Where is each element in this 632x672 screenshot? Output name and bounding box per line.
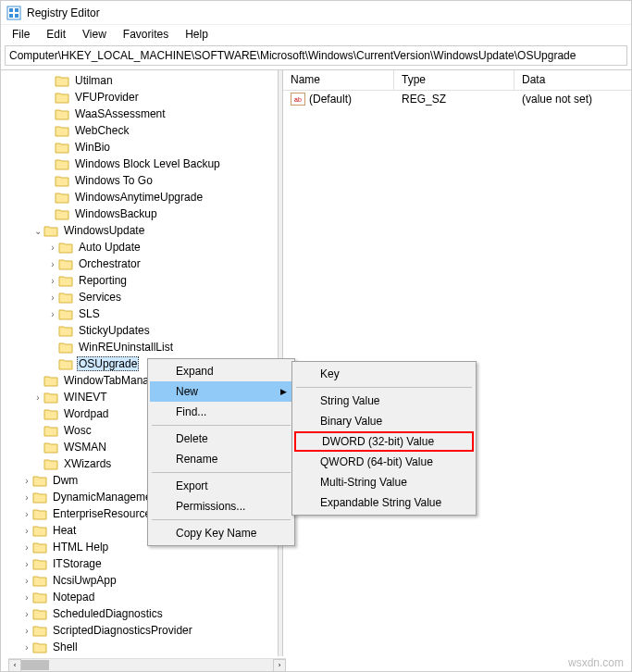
new-multistring[interactable]: Multi-String Value [294, 472, 474, 492]
new-expandstring[interactable]: Expandable String Value [294, 492, 474, 513]
tree-node[interactable]: ›NcsiUwpApp [8, 572, 278, 589]
tree-node[interactable]: ⌄WindowsUpdate [8, 222, 278, 239]
new-key[interactable]: Key [294, 364, 474, 384]
tree-node[interactable]: WinBio [8, 139, 278, 156]
expand-toggle-icon[interactable]: › [21, 559, 32, 569]
tree-node[interactable]: VFUProvider [8, 89, 278, 106]
ctx-rename[interactable]: Rename [150, 449, 292, 469]
tree-label: WinREUninstallList [77, 341, 175, 354]
expand-toggle-icon[interactable]: › [47, 292, 58, 303]
expand-toggle-icon[interactable]: › [21, 592, 32, 603]
ctx-copykeyname[interactable]: Copy Key Name [150, 523, 292, 543]
tree-node[interactable]: ›Reporting [8, 272, 278, 289]
tree-node[interactable]: ›ScheduledDiagnostics [8, 605, 278, 622]
expand-toggle-icon[interactable]: › [21, 526, 32, 536]
tree-node[interactable]: ›Orchestrator [8, 255, 278, 272]
tree-label: WinBio [73, 141, 112, 154]
folder-icon [32, 574, 47, 587]
col-name[interactable]: Name [283, 70, 394, 90]
tree-label: Wosc [62, 424, 93, 437]
new-string[interactable]: String Value [294, 391, 474, 411]
context-menu[interactable]: Expand New▶ Key String Value Binary Valu… [147, 358, 295, 546]
folder-icon [55, 124, 69, 137]
new-binary[interactable]: Binary Value [294, 411, 474, 431]
col-type[interactable]: Type [394, 70, 514, 90]
expand-toggle-icon[interactable]: › [21, 509, 32, 519]
menu-file[interactable]: File [5, 27, 37, 42]
tree-label: HTML Help [51, 541, 110, 554]
folder-icon [32, 491, 47, 504]
ctx-new[interactable]: New▶ Key String Value Binary Value DWORD… [150, 381, 292, 402]
expand-toggle-icon[interactable]: › [21, 492, 32, 503]
folder-icon [32, 624, 47, 637]
col-data[interactable]: Data [514, 70, 631, 90]
folder-icon [32, 591, 47, 604]
tree-node[interactable]: Utilman [8, 72, 278, 89]
tree-node[interactable]: WaaSAssessment [8, 106, 278, 122]
scroll-right-button[interactable]: › [273, 659, 286, 672]
horizontal-scrollbar[interactable]: ‹› [8, 658, 286, 671]
tree-label: WINEVT [62, 391, 109, 404]
tree-node[interactable]: ›SLS [8, 305, 278, 322]
tree-label: WebCheck [73, 124, 130, 137]
tree-node[interactable]: ›Shell [8, 639, 278, 655]
tree-node[interactable]: ›Notepad [8, 589, 278, 605]
ctx-export[interactable]: Export [150, 476, 292, 496]
scroll-thumb[interactable] [21, 660, 49, 670]
svg-rect-2 [15, 8, 19, 12]
menu-view[interactable]: View [75, 27, 114, 42]
tree-label: SLS [77, 307, 102, 320]
tree-node[interactable]: ›ScriptedDiagnosticsProvider [8, 622, 278, 639]
folder-icon [32, 524, 47, 537]
tree-node[interactable]: ›Services [8, 289, 278, 305]
tree-node[interactable]: ›Auto Update [8, 239, 278, 255]
tree-node[interactable]: WebCheck [8, 122, 278, 139]
expand-toggle-icon[interactable]: › [21, 542, 32, 553]
expand-toggle-icon[interactable]: › [47, 243, 58, 253]
address-bar[interactable]: Computer\HKEY_LOCAL_MACHINE\SOFTWARE\Mic… [5, 45, 627, 66]
tree-node[interactable]: Windows Block Level Backup [8, 156, 278, 172]
expand-toggle-icon[interactable]: › [47, 259, 58, 269]
folder-icon [55, 91, 69, 104]
folder-icon [55, 74, 69, 87]
expand-toggle-icon[interactable]: › [47, 276, 58, 286]
tree-label: WindowsAnytimeUpgrade [73, 191, 204, 204]
menu-help[interactable]: Help [178, 27, 216, 42]
tree-label: Shell [51, 641, 80, 653]
expand-toggle-icon[interactable]: › [21, 476, 32, 486]
expand-toggle-icon[interactable]: › [21, 642, 32, 653]
menu-edit[interactable]: Edit [39, 27, 73, 42]
menu-favorites[interactable]: Favorites [116, 27, 176, 42]
ctx-separator [152, 472, 291, 473]
new-submenu[interactable]: Key String Value Binary Value DWORD (32-… [291, 361, 477, 516]
expand-toggle-icon[interactable]: › [21, 626, 32, 636]
ctx-find[interactable]: Find... [150, 402, 292, 422]
ctx-expand[interactable]: Expand [150, 361, 292, 381]
expand-toggle-icon[interactable]: ⌄ [32, 226, 43, 236]
expand-toggle-icon[interactable]: › [21, 576, 32, 586]
new-dword[interactable]: DWORD (32-bit) Value [294, 431, 474, 452]
value-row[interactable]: ab (Default) REG_SZ (value not set) [283, 91, 631, 107]
tree-label: ITStorage [51, 557, 104, 570]
tree-node[interactable]: Windows To Go [8, 172, 278, 189]
tree-label: Utilman [73, 74, 115, 87]
expand-toggle-icon[interactable]: › [47, 309, 58, 319]
tree-node[interactable]: ›Tablet PC [8, 655, 278, 656]
folder-icon [43, 391, 58, 404]
new-qword[interactable]: QWORD (64-bit) Value [294, 452, 474, 472]
scroll-left-button[interactable]: ‹ [8, 659, 21, 672]
tree-node[interactable]: WindowsAnytimeUpgrade [8, 189, 278, 205]
tree-node[interactable]: WinREUninstallList [8, 339, 278, 355]
ctx-delete[interactable]: Delete [150, 429, 292, 449]
tree-node[interactable]: WindowsBackup [8, 205, 278, 222]
ctx-separator [152, 425, 291, 426]
ctx-permissions[interactable]: Permissions... [150, 496, 292, 516]
tree-node[interactable]: StickyUpdates [8, 322, 278, 339]
tree-label: Heat [51, 524, 78, 537]
expand-toggle-icon[interactable]: › [21, 609, 32, 619]
tree-label: VFUProvider [73, 91, 141, 104]
expand-toggle-icon[interactable]: › [32, 392, 43, 403]
folder-icon [43, 424, 58, 437]
tree-node[interactable]: ›ITStorage [8, 555, 278, 572]
folder-icon [55, 174, 69, 187]
